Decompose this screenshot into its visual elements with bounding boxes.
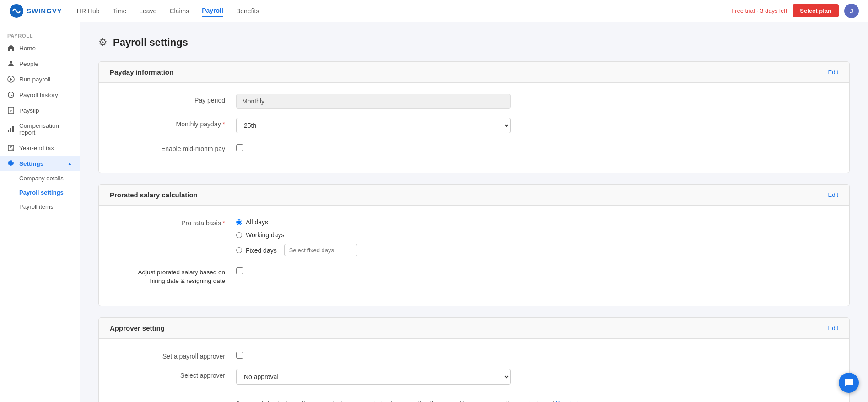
payslip-icon: [7, 107, 15, 114]
svg-rect-5: [8, 130, 9, 132]
app-layout: PAYROLL Home People Run payroll Payroll …: [0, 22, 868, 402]
sidebar-item-payslip[interactable]: Payslip: [0, 103, 80, 118]
enable-mid-month-label: Enable mid-month pay: [117, 142, 236, 152]
nav-right: Free trial - 3 days left Select plan J: [731, 4, 859, 18]
sidebar-item-payroll-history[interactable]: Payroll history: [0, 87, 80, 103]
svg-rect-7: [12, 126, 14, 132]
set-approver-control: [236, 350, 831, 359]
sidebar-item-home[interactable]: Home: [0, 40, 80, 56]
sidebar-item-year-end-tax[interactable]: Year-end tax: [0, 140, 80, 156]
enable-mid-month-control: [236, 142, 831, 151]
select-approver-control: No approval: [236, 369, 831, 385]
sidebar-item-run-payroll[interactable]: Run payroll: [0, 71, 80, 87]
select-fixed-days-input[interactable]: [284, 244, 357, 256]
chevron-up-icon: ▲: [67, 161, 72, 166]
clock-icon: [7, 91, 15, 98]
radio-fixed-days[interactable]: [236, 247, 242, 253]
select-approver-label: Select approver: [117, 369, 236, 379]
monthly-payday-select[interactable]: 1st2nd3rd4th 5th10th15th20th 21st22nd23r…: [236, 118, 511, 133]
pay-period-control: Monthly: [236, 94, 831, 109]
sidebar-item-run-payroll-label: Run payroll: [19, 76, 50, 83]
main-content: ⚙ Payroll settings Payday information Ed…: [80, 22, 868, 402]
sidebar-sub-payroll-settings[interactable]: Payroll settings: [19, 185, 80, 200]
permissions-menu-link[interactable]: Permissions menu.: [556, 399, 607, 402]
select-approver-select[interactable]: No approval: [236, 369, 511, 385]
prorated-card-header: Prorated salary calculation Edit: [99, 185, 849, 206]
sidebar-item-year-end-tax-label: Year-end tax: [19, 145, 54, 152]
approver-card-body: Set a payroll approver Select approver N…: [99, 339, 849, 402]
nav-hr-hub[interactable]: HR Hub: [77, 5, 100, 16]
approver-note-row: Approver list only shows the users who h…: [117, 394, 831, 402]
prorated-card-body: Pro rata basis * All days Working days: [99, 206, 849, 306]
svg-rect-6: [10, 128, 11, 132]
select-approver-row: Select approver No approval: [117, 369, 831, 385]
sidebar-item-people-label: People: [19, 60, 38, 67]
sidebar-sub-company-details[interactable]: Company details: [19, 171, 80, 185]
pro-rata-required-star: *: [221, 219, 225, 227]
run-payroll-icon: [7, 76, 15, 83]
tax-icon: [7, 144, 15, 152]
gear-icon: [7, 160, 15, 167]
sidebar-item-settings-label: Settings: [19, 160, 43, 167]
prorated-salary-card: Prorated salary calculation Edit Pro rat…: [98, 184, 850, 306]
radio-fixed-days-label: Fixed days: [246, 247, 277, 254]
pro-rata-basis-row: Pro rata basis * All days Working days: [117, 217, 831, 256]
enable-mid-month-row: Enable mid-month pay: [117, 142, 831, 152]
radio-all-days[interactable]: [236, 219, 242, 225]
logo-icon: [9, 4, 24, 18]
adjust-prorated-row: Adjust prorated salary based onhiring da…: [117, 266, 831, 286]
sidebar-item-compensation-label: Compensation report: [19, 122, 72, 136]
logo-text: SWINGVY: [27, 7, 62, 15]
nav-benefits[interactable]: Benefits: [236, 5, 259, 16]
enable-mid-month-checkbox[interactable]: [236, 144, 243, 151]
approver-note: Approver list only shows the users who h…: [236, 398, 831, 402]
person-icon: [7, 60, 15, 67]
radio-fixed-days-row: Fixed days: [236, 244, 831, 256]
pay-period-label: Pay period: [117, 94, 236, 104]
prorated-edit-link[interactable]: Edit: [828, 191, 838, 198]
page-title-row: ⚙ Payroll settings: [98, 37, 850, 49]
sidebar-sub-items: Company details Payroll settings Payroll…: [0, 171, 80, 214]
nav-payroll[interactable]: Payroll: [202, 5, 223, 17]
nav-claims[interactable]: Claims: [169, 5, 189, 16]
set-approver-label: Set a payroll approver: [117, 350, 236, 360]
payday-information-card: Payday information Edit Pay period Month…: [98, 61, 850, 173]
user-avatar[interactable]: J: [844, 4, 859, 18]
monthly-payday-row: Monthly payday * 1st2nd3rd4th 5th10th15t…: [117, 118, 831, 133]
required-star: *: [221, 120, 225, 128]
payday-card-body: Pay period Monthly Monthly payday * 1st2…: [99, 83, 849, 173]
adjust-prorated-control: [236, 266, 831, 274]
select-plan-button[interactable]: Select plan: [793, 4, 839, 17]
sidebar-item-home-label: Home: [19, 45, 36, 52]
chat-icon: [844, 378, 854, 388]
monthly-payday-label: Monthly payday *: [117, 118, 236, 128]
pro-rata-radio-group: All days Working days Fixed days: [236, 217, 831, 256]
sidebar-item-people[interactable]: People: [0, 56, 80, 71]
prorated-card-title: Prorated salary calculation: [110, 191, 198, 199]
pro-rata-label: Pro rata basis *: [117, 217, 236, 227]
monthly-payday-control: 1st2nd3rd4th 5th10th15th20th 21st22nd23r…: [236, 118, 831, 133]
logo[interactable]: SWINGVY: [9, 4, 62, 18]
radio-working-days[interactable]: [236, 232, 242, 238]
nav-time[interactable]: Time: [113, 5, 127, 16]
nav-leave[interactable]: Leave: [139, 5, 156, 16]
set-approver-row: Set a payroll approver: [117, 350, 831, 360]
svg-point-1: [10, 61, 12, 64]
approver-edit-link[interactable]: Edit: [828, 325, 838, 331]
sidebar-item-settings[interactable]: Settings ▲: [0, 156, 80, 171]
chart-icon: [7, 125, 15, 133]
approver-card-title: Approver setting: [110, 324, 165, 332]
adjust-prorated-checkbox[interactable]: [236, 267, 243, 274]
pro-rata-options: All days Working days Fixed days: [236, 217, 831, 256]
sidebar-item-compensation-report[interactable]: Compensation report: [0, 118, 80, 140]
set-approver-checkbox[interactable]: [236, 352, 243, 359]
page-title: Payroll settings: [113, 37, 188, 49]
approver-setting-card: Approver setting Edit Set a payroll appr…: [98, 317, 850, 402]
sidebar-item-payslip-label: Payslip: [19, 107, 39, 114]
sidebar-sub-payroll-items[interactable]: Payroll items: [19, 200, 80, 214]
payday-edit-link[interactable]: Edit: [828, 69, 838, 76]
radio-working-days-label: Working days: [246, 231, 285, 239]
nav-links: HR Hub Time Leave Claims Payroll Benefit…: [77, 5, 731, 17]
adjust-prorated-label: Adjust prorated salary based onhiring da…: [117, 266, 236, 286]
chat-support-button[interactable]: [839, 373, 859, 393]
